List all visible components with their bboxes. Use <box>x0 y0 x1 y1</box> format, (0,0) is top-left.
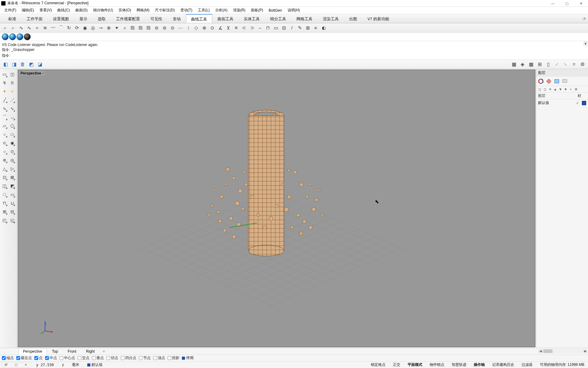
tool-icon[interactable]: ⊸ <box>97 25 104 31</box>
view-tab-perspective[interactable]: Perspective <box>18 348 47 355</box>
close-button[interactable]: ✕ <box>574 0 588 7</box>
tab-standard[interactable]: 标准 <box>3 14 21 23</box>
tab-setview[interactable]: 设置视图 <box>48 14 74 23</box>
tool-icon[interactable]: ✕ <box>233 25 239 31</box>
move-icon[interactable]: ↯ <box>1 79 8 87</box>
extract-icon[interactable]: ⊟ <box>9 208 16 216</box>
new-sublayer-icon[interactable]: ◻ <box>542 87 547 92</box>
grid-icon[interactable]: ▦ <box>510 61 518 68</box>
flame-icon[interactable]: ✧ <box>9 87 16 95</box>
grid-icon[interactable]: ⟍ <box>562 61 569 68</box>
tab-v7-new[interactable]: V7 的新功能 <box>362 14 394 23</box>
mini-close-icon[interactable]: ✕ <box>21 362 30 367</box>
sphere-icon[interactable]: ○ <box>1 148 8 155</box>
osnap-cen[interactable]: 中心点 <box>59 355 75 361</box>
tool-icon[interactable]: ✦ <box>113 25 120 31</box>
funnel-icon[interactable]: ▿ <box>568 87 573 92</box>
tab-surface-tools[interactable]: 曲面工具 <box>212 14 239 23</box>
trash-icon[interactable]: 🗑 <box>19 61 26 68</box>
tool-icon[interactable]: ⊜ <box>161 25 168 31</box>
tab-curve-tools[interactable]: 曲线工具 <box>186 14 212 23</box>
revolve-icon[interactable]: ⊔ <box>9 199 16 207</box>
menu-dimension[interactable]: 尺寸标注(D) <box>153 7 177 14</box>
osnap-knot[interactable]: 节点 <box>139 355 151 361</box>
scroll-up-icon[interactable]: ▲ <box>584 42 587 45</box>
osnap-disable[interactable]: 停用 <box>182 355 194 361</box>
new-layer-icon[interactable]: ◻ <box>537 87 542 92</box>
add-view-button[interactable]: ✧ <box>100 348 108 355</box>
osnap-vertex[interactable]: 顶点 <box>153 355 165 361</box>
view-tab-right[interactable]: Right <box>81 348 99 355</box>
properties-tab-icon[interactable] <box>553 78 560 85</box>
status-ortho[interactable]: 正交 <box>390 362 403 367</box>
extrude-icon[interactable]: ⊓ <box>1 199 8 207</box>
chevron-down-icon[interactable]: ▾ <box>42 72 44 75</box>
render-mode-icon[interactable] <box>24 33 31 40</box>
tab-transform[interactable]: 变动 <box>168 14 186 23</box>
status-smarttrack[interactable]: 智慧轨迹 <box>449 362 469 367</box>
tool-icon[interactable]: ₪ <box>137 25 144 31</box>
offset-icon[interactable]: ≈ <box>34 25 40 31</box>
tool-icon[interactable]: ⊻ <box>225 25 232 31</box>
tab-solid-tools[interactable]: 实体工具 <box>239 14 265 23</box>
tab-display[interactable]: 显示 <box>74 14 92 23</box>
scroll-left-icon[interactable]: ◀ <box>538 350 543 353</box>
menu-view[interactable]: 查看(V) <box>37 7 54 14</box>
subd-icon[interactable]: ◩ <box>9 182 16 190</box>
circle-icon[interactable]: ○ <box>1 130 8 138</box>
tool-icon[interactable]: ⊖ <box>153 25 160 31</box>
ellipse-icon[interactable]: ⬭ <box>9 130 16 138</box>
box-icon[interactable]: ◧ <box>2 61 9 68</box>
grid-icon[interactable]: ⊞ <box>536 61 543 68</box>
polygon-icon[interactable]: ⬠ <box>9 122 16 130</box>
render-mode-icon[interactable] <box>2 33 9 40</box>
tool-icon[interactable]: ⊙ <box>209 25 216 31</box>
tool-icon[interactable]: ⊃ <box>249 25 255 31</box>
menu-curve[interactable]: 曲线(C) <box>55 7 72 14</box>
plane-icon[interactable]: ▭ <box>9 190 16 198</box>
view-tab-top[interactable]: Top <box>47 348 62 355</box>
tab-visibility[interactable]: 可见性 <box>145 14 168 23</box>
status-planar[interactable]: 平面模式 <box>405 362 425 367</box>
text-icon[interactable]: ⊡ <box>1 173 8 181</box>
tool-icon[interactable]: ▭ <box>273 25 279 31</box>
curve-icon[interactable]: ∿ <box>1 105 8 113</box>
lasso-icon[interactable]: ◫ <box>9 70 16 78</box>
tool-icon[interactable]: 〰 <box>50 25 56 31</box>
menu-edit[interactable]: 编辑(E) <box>19 7 36 14</box>
layer-row-default[interactable]: 默认值 ✓ <box>536 99 588 106</box>
tab-select[interactable]: 选取 <box>92 14 111 23</box>
freeform-icon[interactable]: ⊂ <box>1 139 8 147</box>
mesh-icon[interactable]: ◫ <box>1 182 8 190</box>
status-gumball[interactable]: 操作轴 <box>471 362 487 367</box>
menu-panel[interactable]: 面板(P) <box>248 7 266 14</box>
osnap-point[interactable]: 点 <box>34 355 43 361</box>
cage-icon[interactable]: ◰ <box>1 216 8 224</box>
array-icon[interactable]: ◱ <box>9 216 16 224</box>
tool-icon[interactable]: ⌢ <box>257 25 263 31</box>
menu-subd[interactable]: 细分物件(U) <box>91 7 115 14</box>
tool-icon[interactable]: ⋯ <box>177 25 184 31</box>
box-icon[interactable]: □ <box>1 190 8 198</box>
tool-icon[interactable]: ↻ <box>66 25 72 31</box>
tool-icon[interactable]: ⊝ <box>169 25 176 31</box>
tool-icon[interactable]: ⊟ <box>281 25 287 31</box>
menu-transform[interactable]: 变动(T) <box>178 7 195 14</box>
layers-tab-icon[interactable] <box>537 78 545 85</box>
tool-icon[interactable]: ◎ <box>89 25 96 31</box>
arc3pt-icon[interactable]: ⌓ <box>9 113 16 121</box>
menu-help[interactable]: 说明(H) <box>285 7 303 14</box>
tool-icon[interactable]: ◐ <box>320 25 327 31</box>
display-tab-icon[interactable] <box>561 78 568 85</box>
tools-icon[interactable]: ⚙ <box>574 87 579 92</box>
view-tab-front[interactable]: Front <box>63 348 81 355</box>
copy-icon[interactable]: ⎘ <box>9 79 16 87</box>
scroll-thumb[interactable] <box>543 349 552 353</box>
menu-surface[interactable]: 曲面(S) <box>73 7 90 14</box>
h-scrollbar[interactable]: ◀ ▶ <box>538 349 587 353</box>
tool-icon[interactable]: ∡ <box>217 25 224 31</box>
cone-icon[interactable]: △ <box>1 165 8 173</box>
grid-icon[interactable]: ◈ <box>519 61 526 68</box>
current-layer[interactable]: 默认值 <box>85 362 105 367</box>
tool-icon[interactable]: ⟐ <box>121 25 128 31</box>
